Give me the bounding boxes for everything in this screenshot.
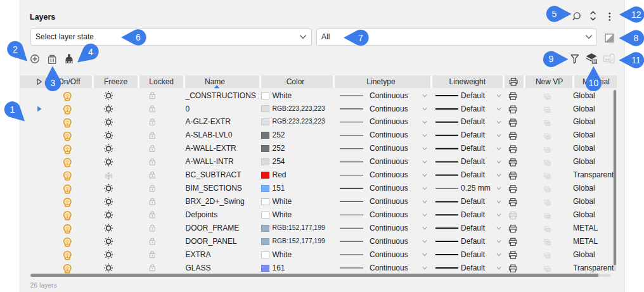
svg-text:12: 12 (631, 10, 641, 20)
svg-text:1: 1 (10, 105, 15, 115)
svg-text:7: 7 (358, 33, 363, 43)
svg-text:10: 10 (589, 78, 599, 88)
svg-text:9: 9 (549, 54, 554, 64)
svg-text:3: 3 (51, 78, 56, 88)
svg-text:5: 5 (552, 9, 557, 19)
svg-text:2: 2 (13, 44, 18, 54)
svg-text:6: 6 (136, 32, 141, 42)
svg-text:8: 8 (634, 33, 639, 43)
svg-text:4: 4 (88, 47, 93, 57)
svg-text:11: 11 (631, 55, 641, 65)
